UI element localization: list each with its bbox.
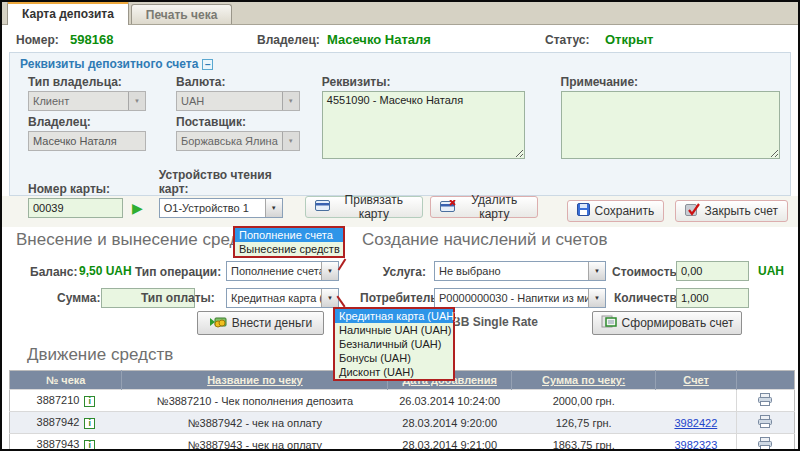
pricelist-value: BB Single Rate — [452, 315, 538, 329]
chevron-down-icon[interactable]: ▼ — [321, 289, 338, 307]
tab-deposit-card-label: Карта депозита — [22, 7, 114, 21]
payment-option-bonus[interactable]: Бонусы (UAH) — [335, 351, 453, 365]
account-number: 598168 — [70, 32, 210, 47]
table-row: 3887942i №3887942 - чек на оплату 28.03.… — [10, 412, 795, 434]
deposit-card-window: Карта депозита Печать чека Номер: 598168… — [0, 0, 800, 451]
payment-option-discount[interactable]: Дисконт (UAH) — [335, 365, 453, 379]
deposit-ops-title: Внесение и вынесение средств — [16, 230, 265, 250]
card-reader-label: Устройство чтения карт: — [159, 168, 283, 196]
tab-deposit-card[interactable]: Карта депозита — [7, 1, 129, 25]
collapse-icon[interactable]: − — [202, 59, 213, 70]
tab-print-receipt-label: Печать чека — [146, 8, 218, 22]
service-select[interactable]: Не выбрано ▼ — [434, 261, 606, 281]
date-cell: 28.03.2014 9:20:00 — [388, 412, 511, 434]
col-account[interactable]: Счет — [656, 371, 736, 390]
operation-option-withdraw[interactable]: Вынесение средств — [235, 242, 343, 256]
chevron-down-icon[interactable]: ▼ — [588, 262, 605, 280]
requisites-panel: Реквизиты депозитного счета − Тип владел… — [9, 52, 791, 196]
account-link[interactable]: 3982323 — [674, 439, 717, 451]
card-number-input[interactable] — [28, 198, 123, 218]
deposit-money-button[interactable]: Внести деньги — [197, 311, 324, 335]
table-row: 3887943i №3887943 - чек на оплату 28.03.… — [10, 434, 795, 451]
movements-table: № чека Название по чеку Дата добавления … — [9, 370, 795, 451]
note-label: Примечание: — [561, 75, 780, 89]
money-icon — [209, 315, 227, 331]
chevron-down-icon[interactable]: ▼ — [321, 262, 338, 280]
card-icon — [315, 200, 330, 214]
deposit-money-label: Внести деньги — [232, 316, 312, 330]
amount-cell: 1863,75 грн. — [511, 434, 656, 451]
payment-type-value: Кредитная карта (UAH) — [227, 292, 321, 304]
sort-link[interactable]: Сумма по чеку: — [542, 374, 625, 386]
invoice-icon — [601, 315, 617, 331]
payment-option-cashless[interactable]: Безналичный (UAH) — [335, 337, 453, 351]
read-card-play-icon[interactable]: ▶ — [132, 198, 143, 218]
balance-value: 9,50 UAH — [79, 264, 132, 278]
payment-option-credit-card[interactable]: Кредитная карта (UAH) — [335, 309, 453, 323]
owner-type-value: Клиент — [29, 95, 128, 107]
owner-label: Владелец: — [257, 33, 327, 47]
chevron-down-icon[interactable]: ▼ — [588, 289, 605, 307]
requisites-textarea[interactable]: 4551090 - Масечко Наталя — [322, 91, 525, 159]
status-badge: Открыт — [605, 32, 653, 47]
receipt-number-cell: 3887942i — [10, 412, 122, 434]
requisites-legend: Реквизиты депозитного счета − — [20, 57, 213, 71]
payment-type-label: Тип оплаты: — [141, 291, 215, 305]
operation-type-select[interactable]: Пополнение счета ▼ — [226, 261, 339, 281]
payment-type-dropdown-popup: Кредитная карта (UAH) Наличные UAH (UAH)… — [333, 307, 455, 381]
info-icon[interactable]: i — [84, 440, 95, 451]
tab-print-receipt[interactable]: Печать чека — [131, 4, 233, 24]
operation-type-label: Тип операции: — [135, 265, 221, 279]
requisites-legend-label: Реквизиты депозитного счета — [20, 57, 198, 71]
chevron-down-icon: ▼ — [128, 92, 145, 110]
requisites-field-label: Реквизиты: — [322, 75, 525, 89]
col-print — [736, 371, 794, 390]
receipt-number-cell: 3887943i — [10, 434, 122, 451]
owner-type-select: Клиент ▼ — [28, 91, 146, 111]
account-header: Номер: 598168 Владелец: Масечко Наталя С… — [2, 25, 798, 52]
print-button[interactable] — [757, 418, 773, 430]
billing-title: Создание начислений и счетов — [362, 230, 608, 250]
print-button[interactable] — [757, 440, 773, 451]
unbind-card-label: Удалить карту — [461, 193, 528, 221]
account-cell: 3982422 — [656, 412, 736, 434]
sort-link[interactable]: Счет — [683, 374, 709, 386]
bind-card-button[interactable]: Привязать карту — [305, 196, 423, 218]
card-reader-select[interactable]: O1-Устройство 1 ▼ — [159, 198, 283, 218]
print-button[interactable] — [757, 396, 773, 408]
service-value: Не выбрано — [435, 265, 588, 277]
card-reader-value: O1-Устройство 1 — [160, 202, 265, 214]
col-receipt-amount[interactable]: Сумма по чеку: — [511, 371, 656, 390]
sort-link[interactable]: Название по чеку — [207, 374, 303, 386]
tab-bar: Карта депозита Печать чека — [2, 2, 798, 25]
create-invoice-button[interactable]: Сформировать счет — [592, 311, 742, 335]
currency-label: Валюта: — [176, 75, 300, 89]
chevron-down-icon[interactable]: ▼ — [265, 199, 282, 217]
cost-input[interactable] — [676, 261, 749, 281]
number-label: Номер: — [16, 33, 70, 47]
receipt-name-cell: №3887943 - чек на оплату — [122, 434, 388, 451]
account-link[interactable]: 3982422 — [674, 417, 717, 429]
consumer-label: Потребитель: — [360, 291, 442, 305]
note-textarea[interactable] — [561, 91, 780, 159]
operation-option-refill[interactable]: Пополнение счета — [235, 228, 343, 242]
receipt-name-cell: №3887942 - чек на оплату — [122, 412, 388, 434]
print-cell — [736, 390, 794, 412]
date-cell: 28.03.2014 9:21:00 — [388, 434, 511, 451]
col-receipt-number: № чека — [10, 371, 122, 390]
consumer-select[interactable]: P0000000030 - Напитки из минибара ▼ — [434, 288, 606, 308]
info-icon[interactable]: i — [84, 418, 95, 429]
unbind-card-button[interactable]: Удалить карту — [430, 196, 538, 218]
operation-type-value: Пополнение счета — [227, 265, 321, 277]
account-cell — [656, 390, 736, 412]
owner-name: Масечко Наталя — [327, 32, 487, 47]
balance-label: Баланс: — [30, 265, 78, 279]
service-label: Услуга: — [360, 265, 426, 279]
info-icon[interactable]: i — [84, 396, 95, 407]
payment-type-select[interactable]: Кредитная карта (UAH) ▼ — [226, 288, 339, 308]
card-delete-icon — [440, 200, 456, 215]
print-cell — [736, 434, 794, 451]
print-cell — [736, 412, 794, 434]
payment-option-cash[interactable]: Наличные UAH (UAH) — [335, 323, 453, 337]
quantity-input[interactable] — [676, 288, 749, 308]
